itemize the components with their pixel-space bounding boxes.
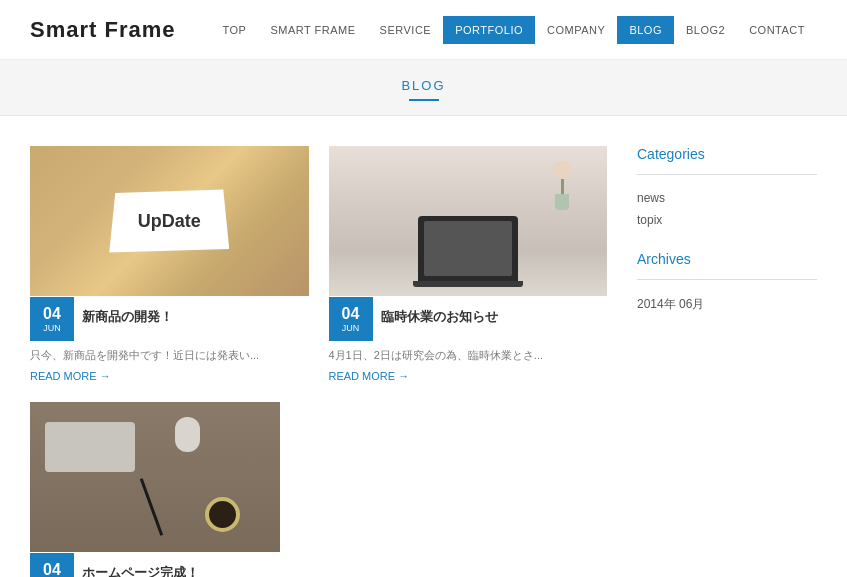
nav-company[interactable]: COMPANY: [535, 16, 617, 44]
nav-portfolio[interactable]: PORTFOLIO: [443, 16, 535, 44]
page-title: BLOG: [0, 78, 847, 93]
archives-divider: [637, 279, 817, 280]
post-2-read-more[interactable]: READ MORE →: [329, 370, 608, 382]
post-3-title: ホームページ完成！: [82, 558, 199, 578]
posts-area: UpDate 04 Jun 新商品の開発！ 只今、新商品を開発中です！近日には発…: [30, 146, 607, 577]
nav-smart-frame[interactable]: SMART FRAME: [258, 16, 367, 44]
header: Smart Frame TOP SMART FRAME SERVICE PORT…: [0, 0, 847, 60]
post-3-meta: 04 Jun ホームページ完成！: [30, 558, 280, 578]
post-card-2[interactable]: 04 Jun 臨時休業のお知らせ 4月1日、2日は研究会の為、臨時休業とさ...…: [329, 146, 608, 382]
post-3-image: [30, 402, 280, 552]
post-2-excerpt: 4月1日、2日は研究会の為、臨時休業とさ...: [329, 347, 608, 364]
nav-service[interactable]: SERVICE: [368, 16, 444, 44]
vase-stem: [561, 179, 564, 194]
nav-contact[interactable]: CONTACT: [737, 16, 817, 44]
main-nav: TOP SMART FRAME SERVICE PORTFOLIO COMPAN…: [211, 16, 818, 44]
category-topix[interactable]: topix: [637, 209, 817, 231]
post-1-read-more[interactable]: READ MORE →: [30, 370, 309, 382]
laptop-screen: [424, 221, 512, 276]
bottom-posts-row: 04 Jun ホームページ完成！ ホームページが完成いたしました。よろしく...…: [30, 402, 607, 578]
post-2-day: 04: [342, 305, 360, 323]
post-1-image: UpDate: [30, 146, 309, 296]
archive-2014-06[interactable]: 2014年 06月: [637, 292, 817, 317]
sidebar-archives-section: Archives 2014年 06月: [637, 251, 817, 317]
sidebar: Categories news topix Archives 2014年 06月: [637, 146, 817, 577]
laptop-base: [413, 281, 523, 287]
mouse: [175, 417, 200, 452]
categories-title: Categories: [637, 146, 817, 162]
post-2-date-badge: 04 Jun: [329, 297, 373, 341]
page-title-bar: BLOG: [0, 60, 847, 116]
pen: [140, 478, 163, 535]
category-news[interactable]: news: [637, 187, 817, 209]
post-3-day: 04: [43, 561, 61, 577]
flower-head: [552, 161, 572, 179]
post-2-meta: 04 Jun 臨時休業のお知らせ: [329, 302, 608, 341]
nav-blog[interactable]: BLOG: [617, 16, 674, 44]
post-card-1[interactable]: UpDate 04 Jun 新商品の開発！ 只今、新商品を開発中です！近日には発…: [30, 146, 309, 382]
categories-divider: [637, 174, 817, 175]
coffee-cup: [205, 497, 240, 532]
post-1-title: 新商品の開発！: [82, 302, 173, 326]
post-1-date-badge: 04 Jun: [30, 297, 74, 341]
torn-paper-text: UpDate: [109, 186, 229, 256]
post-card-3[interactable]: 04 Jun ホームページ完成！ ホームページが完成いたしました。よろしく...…: [30, 402, 280, 578]
post-1-month: Jun: [43, 323, 61, 333]
laptop-body: [418, 216, 518, 281]
post-1-excerpt: 只今、新商品を開発中です！近日には発表い...: [30, 347, 309, 364]
post-3-date-badge: 04 Jun: [30, 553, 74, 578]
keyboard: [45, 422, 135, 472]
post-2-image: [329, 146, 608, 296]
post-1-day: 04: [43, 305, 61, 323]
post-2-month: Jun: [342, 323, 360, 333]
nav-top[interactable]: TOP: [211, 16, 259, 44]
archives-title: Archives: [637, 251, 817, 267]
sidebar-categories-section: Categories news topix: [637, 146, 817, 231]
posts-grid: UpDate 04 Jun 新商品の開発！ 只今、新商品を開発中です！近日には発…: [30, 146, 607, 382]
site-logo[interactable]: Smart Frame: [30, 17, 176, 43]
post-1-meta: 04 Jun 新商品の開発！: [30, 302, 309, 341]
post-2-title: 臨時休業のお知らせ: [381, 302, 498, 326]
flower-vase: [547, 161, 577, 201]
nav-blog2[interactable]: blog2: [674, 16, 737, 44]
main-container: UpDate 04 Jun 新商品の開発！ 只今、新商品を開発中です！近日には発…: [0, 116, 847, 577]
vase-body: [555, 194, 569, 210]
title-underline: [409, 99, 439, 101]
